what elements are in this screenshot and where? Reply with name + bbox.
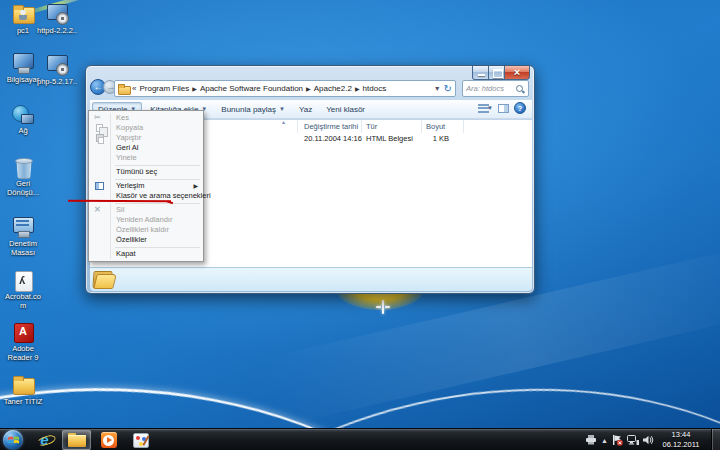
menu-item-label: Klasör ve arama seçenekleri	[116, 191, 211, 200]
volume-icon[interactable]	[643, 435, 654, 445]
desktop-icon-network[interactable]: Ağ	[2, 103, 44, 136]
breadcrumb-segment[interactable]: Program Files	[138, 84, 190, 93]
views-button[interactable]: ▼	[478, 104, 493, 113]
desktop-icon-recycle-bin[interactable]: Geri Dönüşü...	[2, 156, 44, 197]
address-bar[interactable]: «Program Files▶Apache Software Foundatio…	[114, 80, 456, 97]
desktop-icon-label: Geri Dönüşü...	[2, 180, 44, 197]
desktop-icon-label: Denetim Masası	[2, 240, 44, 257]
window-controls	[473, 66, 530, 80]
show-desktop-button[interactable]	[711, 429, 720, 450]
taskbar-media-player-button[interactable]	[94, 430, 123, 450]
chevron-down-icon: ▼	[487, 105, 493, 111]
menu-item-yerleşim[interactable]: Yerleşim▶	[90, 181, 202, 191]
menu-item-geri-al[interactable]: Geri Al	[90, 143, 202, 153]
computer-icon	[11, 52, 35, 75]
wallpaper-sparkle	[376, 300, 390, 314]
toolbar-button-bununla-paylaş[interactable]: Bununla paylaş▼	[215, 102, 291, 117]
taskbar-clock[interactable]: 13:44 06.12.2011	[654, 430, 708, 450]
taskbar: e ▲ 13:44 06.12.2011	[0, 428, 720, 450]
breadcrumb-separator-icon[interactable]: ▶	[304, 86, 313, 92]
desktop-icon-control-panel[interactable]: Denetim Masası	[2, 216, 44, 257]
desktop-icon-label: Ağ	[2, 127, 44, 136]
file-size: 1 KB	[412, 134, 449, 143]
details-pane	[90, 267, 532, 291]
folder-icon	[11, 374, 35, 397]
menu-separator	[115, 203, 200, 204]
close-button[interactable]	[504, 66, 530, 80]
column-header-type[interactable]: Tür	[366, 122, 377, 131]
menu-item-label: Yinele	[116, 153, 137, 162]
taskbar-paint-button[interactable]	[126, 430, 155, 450]
internet-explorer-icon: e	[40, 432, 48, 448]
toolbar-button-label: Yaz	[299, 105, 312, 114]
menu-item-özellikleri-kaldır: Özellikleri kaldır	[90, 225, 202, 235]
action-center-flag-icon[interactable]	[612, 435, 623, 446]
explorer-folder-icon	[68, 433, 86, 447]
search-icon	[515, 84, 525, 94]
desktop-icon-installer[interactable]: httpd-2.2.2..	[36, 3, 78, 36]
network-icon[interactable]	[627, 435, 639, 445]
submenu-arrow-icon: ▶	[193, 181, 198, 191]
menu-item-yinele: Yinele	[90, 153, 202, 163]
desktop-icon-label: Taner TİTİZ	[2, 398, 44, 407]
search-box[interactable]	[462, 80, 529, 97]
file-type: HTML Belgesi	[366, 134, 413, 143]
desktop-icon-folder[interactable]: Taner TİTİZ	[2, 374, 44, 407]
printer-icon[interactable]	[585, 435, 597, 445]
column-header-modified[interactable]: Değiştirme tarihi	[304, 122, 358, 131]
menu-separator	[115, 165, 200, 166]
desktop-icon-adobe-reader[interactable]: Adobe Reader 9	[2, 321, 44, 362]
breadcrumb-segment[interactable]: htdocs	[362, 84, 388, 93]
toolbar-button-label: Yeni klasör	[326, 105, 365, 114]
preview-pane-button[interactable]	[498, 104, 509, 113]
sort-ascending-icon: ▴	[282, 118, 285, 125]
toolbar-button-yeni-klasör[interactable]: Yeni klasör	[320, 102, 371, 117]
menu-item-kapat[interactable]: Kapat	[90, 249, 202, 259]
menu-item-klasör-ve-arama-seçenekleri[interactable]: Klasör ve arama seçenekleri	[90, 191, 202, 201]
taskbar-explorer-button[interactable]	[62, 430, 91, 450]
minimize-button[interactable]	[472, 66, 489, 80]
desktop-icon-label: Adobe Reader 9	[2, 345, 44, 362]
menu-item-label: Özellikleri kaldır	[116, 225, 169, 234]
adobe-reader-icon	[11, 321, 35, 344]
clock-time: 13:44	[654, 430, 708, 440]
menu-item-yeniden-adlandır: Yeniden Adlandır	[90, 215, 202, 225]
help-button[interactable]: ?	[514, 102, 526, 114]
column-header-size[interactable]: Boyut	[426, 122, 445, 131]
installer-icon	[45, 3, 69, 26]
maximize-button[interactable]	[488, 66, 505, 80]
toolbar-button-yaz[interactable]: Yaz	[293, 102, 318, 117]
file-modified: 20.11.2004 14:16	[304, 134, 362, 143]
copy-icon	[96, 124, 103, 132]
folder-icon	[93, 270, 113, 289]
menu-item-label: Tümünü seç	[116, 167, 157, 176]
breadcrumb: «Program Files▶Apache Software Foundatio…	[132, 84, 431, 93]
start-button[interactable]	[3, 430, 23, 450]
desktop-icon-label: httpd-2.2.2..	[36, 27, 78, 36]
address-dropdown-icon[interactable]: ▼	[431, 85, 444, 92]
search-input[interactable]	[463, 84, 515, 93]
menu-item-yapıştır: Yapıştır	[90, 133, 202, 143]
menu-item-label: Kes	[116, 113, 129, 122]
menu-item-label: Geri Al	[116, 143, 139, 152]
menu-item-özellikler[interactable]: Özellikler	[90, 235, 202, 245]
menu-item-label: Özellikler	[116, 235, 147, 244]
installer-icon	[45, 54, 69, 77]
taskbar-ie-button[interactable]: e	[30, 430, 59, 450]
menu-item-kopyala: Kopyala	[90, 123, 202, 133]
desktop-icon-installer[interactable]: php-5.2.17..	[36, 54, 78, 87]
desktop-icon-acrobat[interactable]: Acrobat.com	[2, 269, 44, 310]
breadcrumb-segment[interactable]: Apache Software Foundation	[199, 84, 304, 93]
breadcrumb-separator-icon[interactable]: ▶	[190, 86, 199, 92]
breadcrumb-separator-icon[interactable]: ▶	[353, 86, 362, 92]
menu-item-label: Kapat	[116, 249, 136, 258]
breadcrumb-segment[interactable]: Apache2.2	[313, 84, 353, 93]
menu-item-label: Yerleşim	[116, 181, 144, 190]
menu-separator	[115, 247, 200, 248]
shared-folder-icon	[11, 3, 35, 26]
menu-item-tümünü-seç[interactable]: Tümünü seç	[90, 167, 202, 177]
control-panel-icon	[11, 216, 35, 239]
desktop-icon-label: Acrobat.com	[2, 293, 44, 310]
show-hidden-icons-button[interactable]: ▲	[601, 437, 608, 444]
refresh-icon[interactable]: ↻	[444, 84, 452, 94]
